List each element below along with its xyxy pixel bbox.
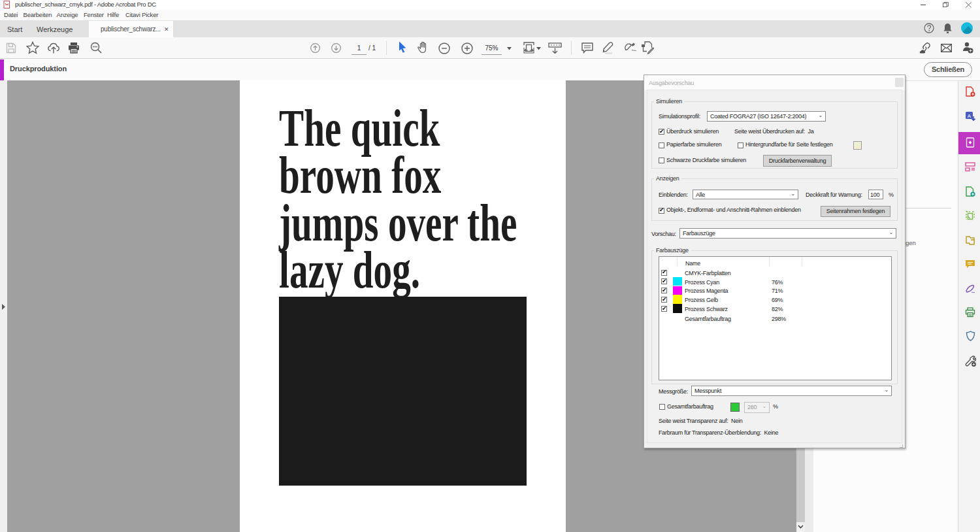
svg-text:A: A (968, 113, 972, 119)
